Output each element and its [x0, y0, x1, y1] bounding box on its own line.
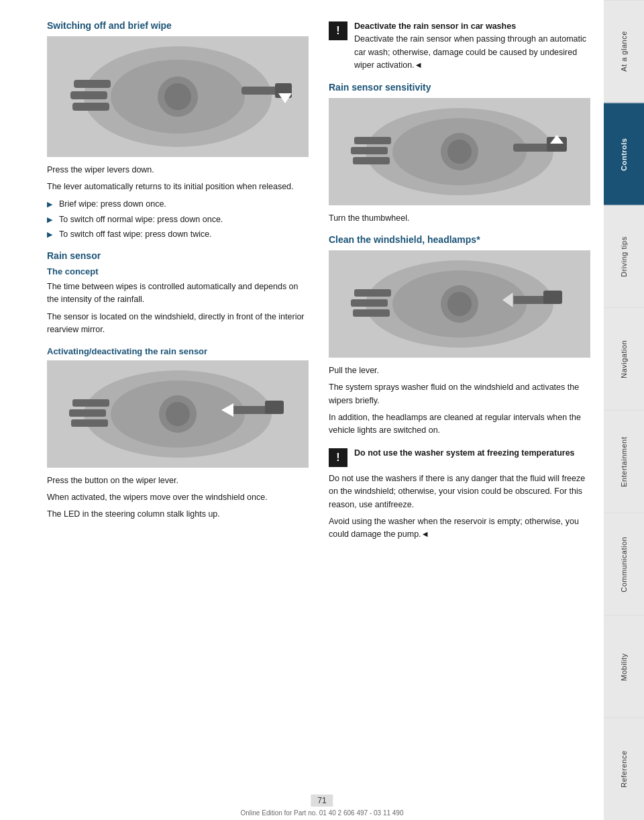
- sidebar-item-navigation[interactable]: Navigation: [604, 307, 644, 410]
- sidebar-item-mobility[interactable]: Mobility: [604, 615, 644, 718]
- warning-block-freezing: ! Do not use the washer system at freezi…: [329, 447, 590, 467]
- car-image-sensitivity: [329, 98, 590, 205]
- body-text-press-levers: Press the wiper levers down.: [47, 164, 309, 176]
- body-text-lever-returns: The lever automatically returns to its i…: [47, 181, 309, 193]
- section-title-clean-windshield: Clean the windshield, headlamps*: [329, 234, 590, 245]
- body-time-between-wipes: The time between wipes is controlled aut…: [47, 280, 309, 307]
- svg-rect-43: [353, 309, 390, 317]
- sidebar-item-reference[interactable]: Reference: [604, 717, 644, 820]
- footer-text: Online Edition for Part no. 01 40 2 606 …: [241, 809, 404, 817]
- svg-rect-39: [543, 291, 562, 304]
- body-led-lights: The LED in the steering column stalk lig…: [47, 508, 309, 521]
- sidebar: At a glance Controls Driving tips Naviga…: [604, 0, 644, 820]
- section-clean-windshield: Clean the windshield, headlamps*: [329, 234, 590, 438]
- body-press-button: Press the button on the wiper lever.: [47, 474, 309, 487]
- body-wipers-move: When activated, the wipers move over the…: [47, 491, 309, 504]
- sidebar-item-entertainment[interactable]: Entertainment: [604, 410, 644, 513]
- section-title-rain-sensitivity: Rain sensor sensitivity: [329, 82, 590, 93]
- bullet-arrow-2: ▶: [47, 213, 59, 226]
- bullet-switch-normal: ▶ To switch off normal wipe: press down …: [47, 213, 309, 226]
- body-sensor-location: The sensor is located on the windshield,…: [47, 311, 309, 337]
- body-turn-thumbwheel: Turn the thumbwheel.: [329, 212, 590, 225]
- car-image-activating: [47, 360, 309, 468]
- svg-rect-30: [354, 137, 391, 144]
- warning-icon-freezing: !: [329, 448, 347, 467]
- svg-rect-9: [70, 91, 107, 99]
- body-avoid-washer: Avoid using the washer when the reservoi…: [329, 515, 590, 542]
- section-warning-freezing: ! Do not use the washer system at freezi…: [329, 447, 590, 542]
- svg-rect-20: [69, 409, 106, 417]
- sidebar-item-at-a-glance[interactable]: At a glance: [604, 0, 644, 103]
- subsection-concept: The concept: [47, 266, 309, 276]
- section-warning-carwash: ! Deactivate the rain sensor in car wash…: [329, 20, 590, 72]
- svg-rect-41: [354, 289, 391, 297]
- body-system-sprays: The system sprays washer fluid on the wi…: [329, 381, 590, 407]
- svg-rect-32: [353, 157, 390, 164]
- body-freezing-warning: Do not use the washers if there is any d…: [329, 472, 590, 511]
- left-column: Switching off and brief wipe: [47, 20, 309, 800]
- svg-point-4: [164, 83, 191, 110]
- body-headlamps-cleaned: In addition, the headlamps are cleaned a…: [329, 411, 590, 438]
- section-title-switching-off: Switching off and brief wipe: [47, 20, 309, 31]
- svg-rect-31: [351, 147, 388, 154]
- svg-point-37: [447, 292, 472, 316]
- svg-point-26: [447, 140, 472, 164]
- page-number: 71: [311, 795, 333, 807]
- section-rain-sensitivity: Rain sensor sensitivity: [329, 82, 590, 225]
- warning-text-freezing: Do not use the washer system at freezing…: [354, 447, 590, 460]
- section-title-rain-sensor: Rain sensor: [47, 250, 309, 261]
- car-image-clean: [329, 250, 590, 358]
- subsection-activating: Activating/deactivating the rain sensor: [47, 346, 309, 356]
- svg-rect-19: [72, 399, 109, 407]
- warning-text-carwash: Deactivate the rain sensor in car washes…: [354, 20, 590, 72]
- svg-rect-8: [74, 80, 111, 88]
- svg-point-15: [166, 402, 190, 426]
- section-switching-off: Switching off and brief wipe: [47, 20, 309, 241]
- bullet-brief-wipe: ▶ Brief wipe: press down once.: [47, 198, 309, 211]
- section-rain-sensor: Rain sensor The concept The time between…: [47, 250, 309, 337]
- bullet-arrow-3: ▶: [47, 228, 59, 241]
- svg-rect-21: [71, 419, 108, 427]
- sidebar-item-controls[interactable]: Controls: [604, 103, 644, 205]
- right-column: ! Deactivate the rain sensor in car wash…: [329, 20, 590, 800]
- svg-rect-17: [265, 401, 284, 414]
- car-image-wiper: [47, 36, 309, 157]
- main-content: Switching off and brief wipe: [0, 0, 604, 820]
- warning-block-carwash: ! Deactivate the rain sensor in car wash…: [329, 20, 590, 72]
- bullet-arrow-1: ▶: [47, 198, 59, 211]
- svg-rect-10: [72, 103, 109, 111]
- section-activating: Activating/deactivating the rain sensor: [47, 346, 309, 521]
- sidebar-item-driving-tips[interactable]: Driving tips: [604, 205, 644, 308]
- sidebar-item-communication[interactable]: Communication: [604, 513, 644, 615]
- warning-icon-carwash: !: [329, 21, 347, 40]
- svg-rect-42: [351, 299, 388, 307]
- body-pull-lever: Pull the lever.: [329, 364, 590, 377]
- bullet-switch-fast: ▶ To switch off fast wipe: press down tw…: [47, 228, 309, 241]
